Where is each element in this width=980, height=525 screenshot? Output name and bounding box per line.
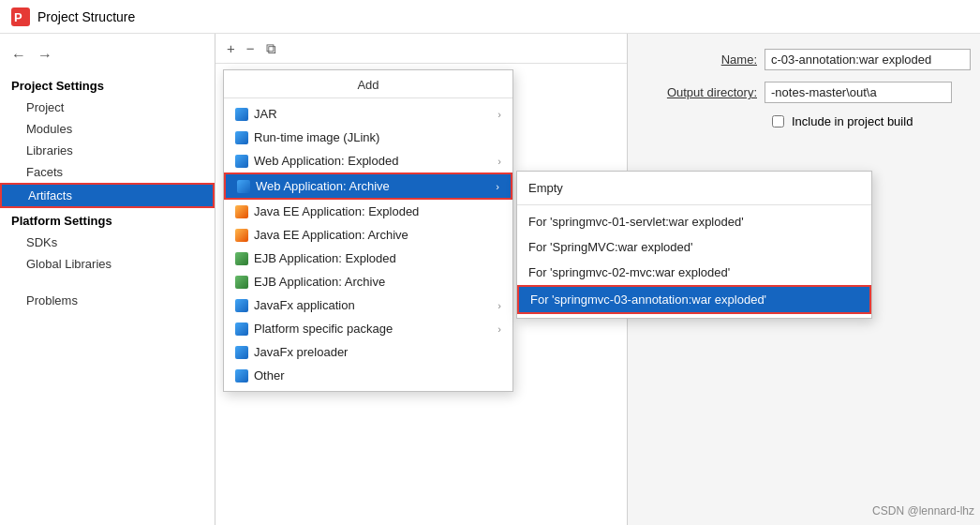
back-button[interactable]: ← (7, 45, 30, 66)
svg-text:P: P (14, 10, 22, 24)
sidebar-item-libraries[interactable]: Libraries (0, 140, 215, 161)
javaee-exploded-icon (235, 205, 248, 218)
platform-icon (235, 322, 248, 336)
center-panel: + − ⧉ Add JAR › Run-time image (JLink) W… (215, 34, 628, 525)
main-layout: ← → Project Settings Project Modules Lib… (0, 34, 980, 525)
menu-item-platform-package[interactable]: Platform specific package › (224, 317, 512, 340)
output-dir-input[interactable] (765, 82, 952, 103)
javafx-preloader-icon (235, 346, 248, 359)
menu-item-javaee-exploded[interactable]: Java EE Application: Exploded (224, 200, 512, 223)
name-label: Name: (643, 52, 765, 67)
nav-controls: ← → (0, 41, 215, 73)
sidebar-item-facets[interactable]: Facets (0, 161, 215, 183)
sidebar-item-global-libraries[interactable]: Global Libraries (0, 253, 215, 275)
submenu-item-for-03-annotation[interactable]: For 'springmvc-03-annotation:war explode… (517, 285, 871, 314)
submenu-item-for-02-mvc[interactable]: For 'springmvc-02-mvc:war exploded' (517, 260, 871, 285)
title-bar: P Project Structure (0, 0, 980, 34)
menu-item-runtime-image[interactable]: Run-time image (JLink) (224, 126, 512, 149)
center-toolbar: + − ⧉ (215, 34, 627, 64)
web-archive-icon (237, 180, 250, 193)
name-field-row: Name: (643, 49, 971, 70)
include-checkbox-row: Include in project build (643, 114, 971, 128)
ejb-exploded-icon (235, 252, 248, 265)
web-exploded-icon (235, 155, 248, 168)
submenu-item-empty[interactable]: Empty (517, 175, 871, 201)
platform-settings-section: Platform Settings (0, 208, 215, 232)
remove-button[interactable]: − (243, 39, 259, 57)
submenu-item-for-springmvc[interactable]: For 'SpringMVC:war exploded' (517, 234, 871, 260)
arrow-icon-2: › (497, 156, 501, 167)
output-dir-label: Output directory: (643, 85, 765, 99)
watermark: CSDN @lennard-lhz (872, 504, 974, 518)
sidebar-item-artifacts[interactable]: Artifacts (0, 183, 215, 208)
project-settings-section: Project Settings (0, 73, 215, 97)
app-logo: P (11, 8, 30, 26)
sidebar-item-sdks[interactable]: SDKs (0, 232, 215, 253)
dropdown-header: Add (224, 74, 512, 98)
menu-item-javafx[interactable]: JavaFx application › (224, 293, 512, 317)
submenu-item-for-servlet[interactable]: For 'springmvc-01-servlet:war exploded' (517, 209, 871, 234)
runtime-icon (235, 131, 248, 144)
submenu-separator (517, 204, 871, 205)
menu-item-ejb-exploded[interactable]: EJB Application: Exploded (224, 247, 512, 270)
include-label: Include in project build (792, 114, 913, 128)
ejb-archive-icon (235, 276, 248, 289)
sidebar-item-problems[interactable]: Problems (0, 290, 215, 311)
arrow-icon: › (497, 109, 501, 120)
add-button[interactable]: + (223, 39, 239, 57)
sidebar-item-modules[interactable]: Modules (0, 118, 215, 140)
copy-button[interactable]: ⧉ (262, 39, 280, 57)
javaee-archive-icon (235, 229, 248, 242)
sidebar: ← → Project Settings Project Modules Lib… (0, 34, 215, 525)
window-title: Project Structure (37, 9, 135, 24)
sidebar-item-project[interactable]: Project (0, 97, 215, 118)
jar-icon (235, 108, 248, 121)
include-checkbox[interactable] (772, 115, 784, 128)
menu-item-jar[interactable]: JAR › (224, 102, 512, 126)
javafx-icon (235, 299, 248, 312)
menu-item-web-exploded[interactable]: Web Application: Exploded › (224, 149, 512, 172)
menu-item-other[interactable]: Other (224, 364, 512, 387)
add-dropdown-menu: Add JAR › Run-time image (JLink) Web App… (223, 69, 513, 392)
arrow-icon-4: › (497, 300, 501, 311)
arrow-icon-3: › (496, 181, 499, 192)
menu-item-javafx-preloader[interactable]: JavaFx preloader (224, 340, 512, 364)
web-archive-submenu: Empty For 'springmvc-01-servlet:war expl… (516, 171, 872, 319)
menu-item-ejb-archive[interactable]: EJB Application: Archive (224, 270, 512, 293)
arrow-icon-5: › (497, 323, 501, 335)
output-dir-field-row: Output directory: (643, 82, 971, 103)
other-icon (235, 369, 248, 382)
name-input[interactable] (765, 49, 971, 70)
menu-item-javaee-archive[interactable]: Java EE Application: Archive (224, 223, 512, 247)
forward-button[interactable]: → (34, 45, 56, 66)
menu-item-web-archive[interactable]: Web Application: Archive › Empty For 'sp… (224, 172, 512, 200)
